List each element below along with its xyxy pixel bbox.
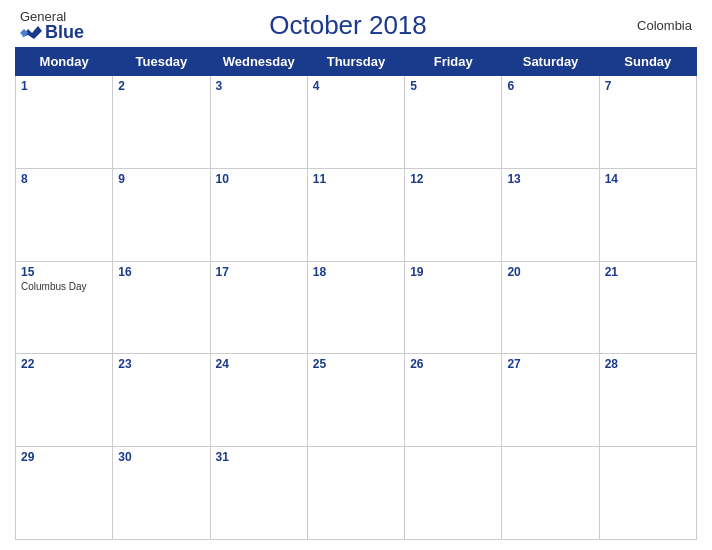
day-number: 12 <box>410 172 496 186</box>
calendar-cell: 4 <box>307 76 404 169</box>
day-number: 18 <box>313 265 399 279</box>
calendar-cell: 1 <box>16 76 113 169</box>
day-number: 31 <box>216 450 302 464</box>
weekday-header-monday: Monday <box>16 48 113 76</box>
calendar-cell: 31 <box>210 447 307 540</box>
day-number: 23 <box>118 357 204 371</box>
weekday-header-tuesday: Tuesday <box>113 48 210 76</box>
day-number: 10 <box>216 172 302 186</box>
day-number: 1 <box>21 79 107 93</box>
calendar-cell: 2 <box>113 76 210 169</box>
month-title: October 2018 <box>84 10 612 41</box>
calendar-cell: 24 <box>210 354 307 447</box>
day-number: 28 <box>605 357 691 371</box>
day-number: 8 <box>21 172 107 186</box>
calendar-cell: 19 <box>405 261 502 354</box>
calendar-cell: 29 <box>16 447 113 540</box>
calendar-cell: 17 <box>210 261 307 354</box>
calendar-cell: 23 <box>113 354 210 447</box>
calendar-cell: 14 <box>599 168 696 261</box>
day-number: 3 <box>216 79 302 93</box>
calendar-header: General Blue October 2018 Colombia <box>15 10 697 41</box>
calendar-cell: 13 <box>502 168 599 261</box>
day-number: 19 <box>410 265 496 279</box>
day-number: 11 <box>313 172 399 186</box>
calendar-cell <box>599 447 696 540</box>
logo: General Blue <box>20 10 84 41</box>
svg-marker-1 <box>20 29 28 37</box>
weekday-header-sunday: Sunday <box>599 48 696 76</box>
day-number: 16 <box>118 265 204 279</box>
day-number: 15 <box>21 265 107 279</box>
calendar-cell: 28 <box>599 354 696 447</box>
calendar-cell: 18 <box>307 261 404 354</box>
day-number: 13 <box>507 172 593 186</box>
day-number: 6 <box>507 79 593 93</box>
calendar-cell: 20 <box>502 261 599 354</box>
calendar-cell: 11 <box>307 168 404 261</box>
calendar-cell: 30 <box>113 447 210 540</box>
day-number: 7 <box>605 79 691 93</box>
calendar-cell: 26 <box>405 354 502 447</box>
logo-blue-text: Blue <box>20 23 84 41</box>
day-number: 9 <box>118 172 204 186</box>
country-label: Colombia <box>612 18 692 33</box>
weekday-header-friday: Friday <box>405 48 502 76</box>
day-number: 30 <box>118 450 204 464</box>
logo-bird-icon <box>20 23 42 41</box>
week-row-1: 1234567 <box>16 76 697 169</box>
week-row-3: 15Columbus Day161718192021 <box>16 261 697 354</box>
calendar-cell: 10 <box>210 168 307 261</box>
calendar-cell: 3 <box>210 76 307 169</box>
weekday-header-saturday: Saturday <box>502 48 599 76</box>
calendar-cell: 16 <box>113 261 210 354</box>
calendar-table: MondayTuesdayWednesdayThursdayFridaySatu… <box>15 47 697 540</box>
day-number: 27 <box>507 357 593 371</box>
calendar-cell: 22 <box>16 354 113 447</box>
day-number: 14 <box>605 172 691 186</box>
calendar-cell: 15Columbus Day <box>16 261 113 354</box>
weekday-header-thursday: Thursday <box>307 48 404 76</box>
calendar-cell: 7 <box>599 76 696 169</box>
weekday-header-wednesday: Wednesday <box>210 48 307 76</box>
calendar-cell <box>405 447 502 540</box>
calendar-cell: 8 <box>16 168 113 261</box>
calendar-cell: 9 <box>113 168 210 261</box>
calendar-cell: 5 <box>405 76 502 169</box>
calendar-cell: 6 <box>502 76 599 169</box>
week-row-2: 891011121314 <box>16 168 697 261</box>
day-number: 22 <box>21 357 107 371</box>
calendar-cell: 21 <box>599 261 696 354</box>
week-row-5: 293031 <box>16 447 697 540</box>
day-number: 25 <box>313 357 399 371</box>
day-number: 24 <box>216 357 302 371</box>
day-number: 26 <box>410 357 496 371</box>
calendar-cell <box>502 447 599 540</box>
calendar-cell: 27 <box>502 354 599 447</box>
day-number: 2 <box>118 79 204 93</box>
day-number: 4 <box>313 79 399 93</box>
day-number: 29 <box>21 450 107 464</box>
holiday-text: Columbus Day <box>21 281 107 292</box>
calendar-cell: 12 <box>405 168 502 261</box>
calendar-cell <box>307 447 404 540</box>
day-number: 5 <box>410 79 496 93</box>
day-number: 20 <box>507 265 593 279</box>
calendar-cell: 25 <box>307 354 404 447</box>
weekday-header-row: MondayTuesdayWednesdayThursdayFridaySatu… <box>16 48 697 76</box>
week-row-4: 22232425262728 <box>16 354 697 447</box>
day-number: 17 <box>216 265 302 279</box>
day-number: 21 <box>605 265 691 279</box>
